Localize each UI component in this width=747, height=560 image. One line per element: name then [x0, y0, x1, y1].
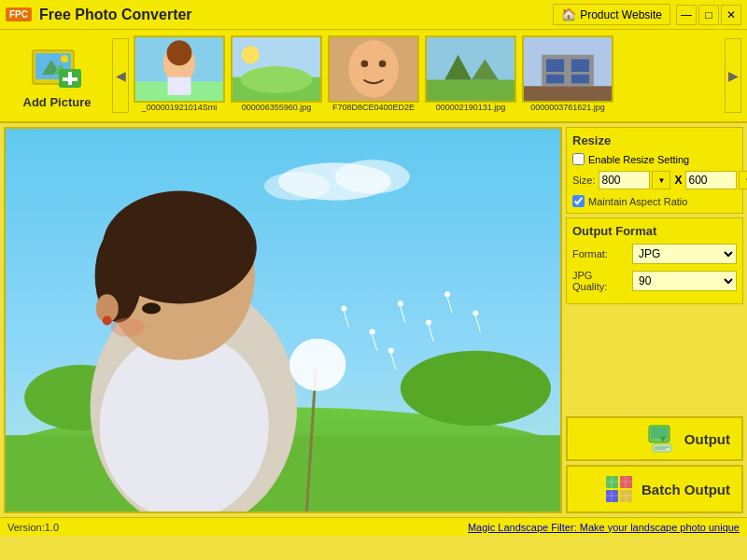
quality-label: JPG Quality: — [572, 270, 628, 292]
batch-output-button[interactable]: Batch Output — [566, 465, 743, 513]
svg-rect-11 — [168, 77, 191, 95]
add-picture-button[interactable]: Add Picture — [6, 34, 108, 118]
thumbnail-strip: _000001921014Smi 000006355960.jpg — [133, 34, 721, 118]
resize-title: Resize — [572, 133, 737, 147]
svg-rect-71 — [606, 476, 618, 488]
version-label: Version:1.0 — [7, 522, 59, 533]
thumbnail-image — [425, 35, 516, 103]
width-input-group: 800 ▼ — [599, 171, 670, 189]
svg-rect-72 — [620, 476, 632, 488]
svg-point-57 — [472, 310, 478, 315]
title-bar: FPC Free Photo Converter 🏠 Product Websi… — [0, 0, 747, 30]
thumbnail-image — [231, 35, 322, 103]
format-label: Format: — [572, 248, 628, 259]
height-input[interactable]: 600 — [685, 171, 737, 189]
width-input[interactable]: 800 — [599, 171, 650, 189]
resize-section: Resize Enable Resize Setting Size: 800 ▼… — [566, 127, 743, 214]
thumbnail-nav-left[interactable]: ◀ — [112, 38, 129, 113]
thumbnail-item[interactable]: 000002190131.jpg — [424, 35, 517, 112]
svg-point-19 — [361, 60, 369, 67]
preview-area — [4, 127, 562, 513]
status-bar: Version:1.0 Magic Landscape Filter: Make… — [0, 517, 747, 536]
svg-point-51 — [398, 301, 403, 306]
svg-point-16 — [242, 46, 260, 63]
main-content: Resize Enable Resize Setting Size: 800 ▼… — [0, 123, 747, 517]
svg-point-15 — [241, 66, 313, 93]
quality-row: JPG Quality: 90 80 70 60 100 — [572, 270, 737, 292]
thumbnail-label: 000002190131.jpg — [425, 103, 516, 112]
format-row: Format: JPG PNG BMP GIF TIFF — [572, 244, 737, 264]
thumbnail-item[interactable]: _000001921014Smi — [133, 35, 226, 112]
maintain-aspect-label[interactable]: Maintain Aspect Ratio — [588, 196, 687, 207]
svg-point-12 — [167, 40, 192, 65]
add-picture-label: Add Picture — [23, 95, 92, 109]
minimize-button[interactable]: — — [676, 5, 697, 25]
app-title: Free Photo Converter — [39, 7, 553, 23]
maintain-aspect-checkbox[interactable] — [572, 195, 585, 207]
svg-point-48 — [289, 339, 345, 391]
svg-point-59 — [341, 305, 346, 311]
svg-rect-28 — [546, 59, 564, 71]
svg-point-35 — [264, 172, 330, 200]
svg-point-64 — [142, 302, 161, 314]
batch-output-label: Batch Output — [641, 482, 730, 497]
svg-point-38 — [401, 351, 551, 427]
magic-landscape-link[interactable]: Magic Landscape Filter: Make your landsc… — [468, 522, 740, 533]
svg-point-49 — [370, 329, 375, 335]
format-select[interactable]: JPG PNG BMP GIF TIFF — [632, 244, 737, 264]
enable-resize-checkbox[interactable] — [572, 153, 585, 165]
height-input-group: 600 ▼ — [685, 171, 747, 189]
thumbnail-item[interactable]: F708D8CE0400ED2E — [327, 35, 420, 112]
svg-point-53 — [426, 319, 431, 325]
maintain-aspect-row: Maintain Aspect Ratio — [572, 195, 737, 207]
thumbnail-image — [134, 35, 225, 103]
svg-rect-74 — [620, 490, 632, 502]
format-title: Output Format — [572, 224, 737, 238]
output-label: Output — [684, 431, 730, 447]
output-button[interactable]: Output — [566, 416, 743, 461]
maximize-button[interactable]: □ — [698, 5, 719, 25]
svg-point-55 — [444, 291, 450, 297]
svg-rect-26 — [524, 86, 612, 101]
thumbnail-item[interactable]: 0000003761621.jpg — [521, 35, 614, 112]
svg-rect-29 — [571, 59, 589, 71]
enable-resize-row: Enable Resize Setting — [572, 153, 737, 165]
height-dropdown[interactable]: ▼ — [739, 171, 747, 189]
svg-point-4 — [61, 55, 68, 63]
svg-point-18 — [348, 40, 399, 97]
x-separator: X — [674, 174, 682, 187]
panel-spacer — [566, 308, 743, 413]
product-website-label: Product Website — [580, 8, 662, 21]
quality-select[interactable]: 90 80 70 60 100 — [632, 271, 737, 291]
thumbnail-label: 0000003761621.jpg — [522, 103, 613, 112]
app-logo: FPC — [6, 7, 32, 21]
product-website-button[interactable]: 🏠 Product Website — [553, 4, 670, 25]
svg-point-63 — [111, 317, 145, 336]
output-icon — [647, 424, 677, 454]
width-dropdown[interactable]: ▼ — [652, 171, 670, 189]
close-button[interactable]: ✕ — [721, 5, 741, 25]
svg-point-20 — [379, 60, 387, 67]
toolbar: Add Picture ◀ _000001921014Smi — [0, 30, 747, 123]
size-row: Size: 800 ▼ X 600 ▼ — [572, 171, 737, 189]
thumbnail-label: _000001921014Smi — [134, 103, 225, 112]
enable-resize-label[interactable]: Enable Resize Setting — [588, 154, 689, 165]
size-label: Size: — [572, 175, 595, 186]
thumbnail-image — [522, 35, 613, 103]
svg-rect-30 — [546, 75, 564, 84]
svg-rect-22 — [427, 80, 514, 102]
svg-point-46 — [103, 315, 112, 325]
thumbnail-image — [328, 35, 419, 103]
svg-point-61 — [388, 348, 394, 354]
add-picture-icon — [29, 43, 85, 91]
thumbnail-item[interactable]: 000006355960.jpg — [230, 35, 323, 112]
svg-rect-73 — [606, 490, 618, 502]
right-panel: Resize Enable Resize Setting Size: 800 ▼… — [566, 127, 743, 513]
svg-rect-68 — [653, 444, 671, 452]
thumbnail-label: F708D8CE0400ED2E — [328, 103, 419, 112]
thumbnail-nav-right[interactable]: ▶ — [725, 38, 741, 113]
svg-point-34 — [334, 160, 410, 193]
batch-output-icon — [604, 474, 634, 504]
svg-rect-7 — [63, 77, 78, 81]
format-section: Output Format Format: JPG PNG BMP GIF TI… — [566, 217, 743, 304]
